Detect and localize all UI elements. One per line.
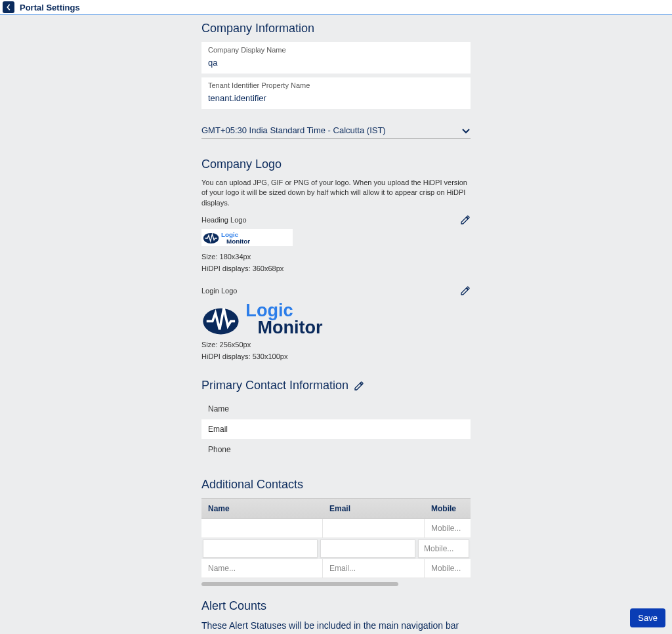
company-logo-heading: Company Logo xyxy=(201,158,471,171)
display-name-input[interactable] xyxy=(208,58,464,68)
table-row xyxy=(201,519,471,538)
login-logo-label: Login Logo xyxy=(201,287,237,295)
primary-contact-heading: Primary Contact Information xyxy=(201,379,348,392)
login-logo-hidpi: HiDPI displays: 530x100px xyxy=(201,352,471,360)
contacts-table-header: Name Email Mobile xyxy=(201,498,471,519)
svg-text:Monitor: Monitor xyxy=(226,238,250,245)
row2-name-input[interactable] xyxy=(209,544,312,553)
pencil-icon xyxy=(460,215,471,225)
tenant-label: Tenant Identifier Property Name xyxy=(208,81,464,89)
row3-email-input[interactable] xyxy=(329,564,417,573)
contact-name-row: Name xyxy=(201,399,471,419)
svg-text:Logic: Logic xyxy=(221,231,239,238)
svg-text:Monitor: Monitor xyxy=(257,317,323,337)
display-name-label: Company Display Name xyxy=(208,46,464,54)
th-name: Name xyxy=(201,499,323,518)
table-scrollbar[interactable] xyxy=(201,582,398,586)
heading-logo-size: Size: 180x34px xyxy=(201,253,471,261)
row1-email-input[interactable] xyxy=(329,524,417,533)
timezone-select[interactable]: GMT+05:30 India Standard Time - Calcutta… xyxy=(201,122,471,139)
row2-email-input[interactable] xyxy=(326,544,410,553)
company-info-heading: Company Information xyxy=(201,22,471,35)
save-button[interactable]: Save xyxy=(630,608,665,627)
alert-counts-heading: Alert Counts xyxy=(201,599,471,613)
row3-mobile-input[interactable] xyxy=(431,564,464,573)
heading-logo-label: Heading Logo xyxy=(201,216,247,224)
additional-contacts-heading: Additional Contacts xyxy=(201,478,471,492)
row1-mobile-input[interactable] xyxy=(431,524,464,533)
page-title: Portal Settings xyxy=(20,3,80,12)
company-logo-description: You can upload JPG, GIF or PNG of your l… xyxy=(201,178,471,208)
back-button[interactable] xyxy=(3,1,14,13)
timezone-value: GMT+05:30 India Standard Time - Calcutta… xyxy=(201,125,386,135)
th-mobile: Mobile xyxy=(425,499,471,518)
login-logo-size: Size: 256x50px xyxy=(201,341,471,349)
chevron-down-icon xyxy=(461,126,471,135)
login-logo-image: Logic Monitor xyxy=(201,300,471,337)
edit-primary-contact-button[interactable] xyxy=(354,381,364,391)
pencil-icon xyxy=(460,285,471,296)
edit-heading-logo-button[interactable] xyxy=(460,215,471,225)
th-email: Email xyxy=(323,499,425,518)
row1-name-input[interactable] xyxy=(208,524,316,533)
row3-name-input[interactable] xyxy=(208,564,316,573)
tenant-input[interactable] xyxy=(208,93,464,103)
contact-phone-row: Phone xyxy=(201,440,471,459)
chevron-left-icon xyxy=(6,4,11,11)
heading-logo-image: Logic Monitor xyxy=(201,229,293,246)
heading-logo-hidpi: HiDPI displays: 360x68px xyxy=(201,264,471,272)
table-row xyxy=(201,538,471,559)
contact-email-row: Email xyxy=(201,419,471,439)
edit-login-logo-button[interactable] xyxy=(460,285,471,296)
table-row xyxy=(201,559,471,578)
row2-mobile-input[interactable] xyxy=(424,544,463,553)
alert-counts-description: These Alert Statuses will be included in… xyxy=(201,620,471,634)
pencil-icon xyxy=(354,381,364,391)
